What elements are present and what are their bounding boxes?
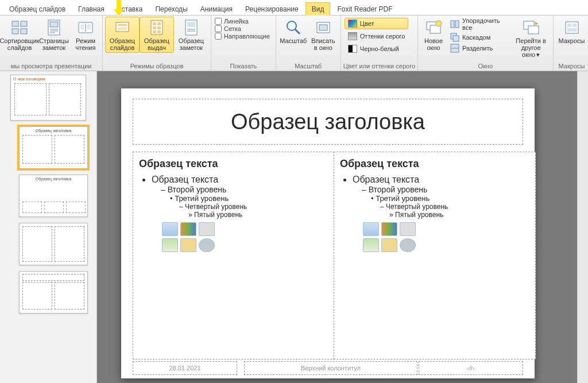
notes-master-button[interactable]: Образец заметок bbox=[174, 17, 208, 53]
svg-point-30 bbox=[436, 21, 442, 26]
svg-rect-3 bbox=[21, 29, 27, 34]
content-type-icons[interactable] bbox=[162, 222, 217, 252]
group-label: Макросы bbox=[556, 62, 588, 71]
layout-thumbnail-selected[interactable]: Образец заголовка bbox=[19, 126, 88, 169]
tab-transitions[interactable]: Переходы bbox=[149, 3, 193, 15]
tab-foxit[interactable]: Foxit Reader PDF bbox=[331, 3, 398, 15]
bw-button[interactable]: Черно-белый bbox=[345, 43, 408, 55]
smartart-icon[interactable] bbox=[400, 222, 416, 236]
master-thumbnail[interactable]: О чем поговорим bbox=[10, 75, 86, 121]
label: Вписать в окно bbox=[310, 37, 337, 51]
handout-master-button[interactable]: Образец выдач bbox=[140, 17, 174, 53]
handout-icon bbox=[148, 18, 166, 37]
tab-slide-master[interactable]: Образец слайдов bbox=[3, 3, 71, 15]
attention-arrow bbox=[114, 0, 124, 17]
group-label: Масштаб bbox=[278, 62, 338, 71]
switch-windows-button[interactable]: Перейти в другое окно▾ bbox=[512, 17, 551, 60]
chart-icon[interactable] bbox=[180, 222, 196, 236]
slide-master-button[interactable]: Образец слайдов bbox=[105, 17, 140, 53]
num-text: ‹#› bbox=[467, 365, 474, 372]
label: Режим чтения bbox=[72, 37, 99, 51]
switch-windows-icon bbox=[522, 18, 540, 37]
arrange-all-button[interactable]: Упорядочить все bbox=[448, 17, 508, 32]
tab-animations[interactable]: Анимация bbox=[195, 3, 238, 15]
svg-rect-14 bbox=[153, 22, 156, 25]
reading-view-button[interactable]: Режим чтения bbox=[71, 17, 100, 53]
notes-master-icon bbox=[182, 18, 200, 37]
svg-rect-15 bbox=[157, 22, 161, 25]
ruler-checkbox[interactable]: Линейка bbox=[215, 18, 270, 25]
notes-page-button[interactable]: Страницы заметок bbox=[37, 17, 71, 53]
svg-rect-2 bbox=[12, 29, 18, 34]
zoom-icon bbox=[284, 18, 303, 37]
content-placeholder-right[interactable]: Образец текста Образец текста Второй уро… bbox=[334, 152, 536, 359]
label: Новое окно bbox=[421, 37, 446, 51]
picture-icon[interactable] bbox=[162, 238, 178, 252]
label: Масштаб bbox=[280, 37, 307, 44]
bullet-l1: Образец текста Второй уровень Третий уро… bbox=[152, 175, 328, 219]
editing-stage[interactable]: Образец заголовка Образец текста Образец… bbox=[97, 71, 577, 383]
svg-rect-41 bbox=[572, 24, 577, 27]
svg-rect-38 bbox=[528, 26, 539, 34]
svg-rect-12 bbox=[118, 27, 127, 30]
arrange-icon bbox=[450, 20, 459, 29]
label: Образец выдач bbox=[141, 37, 173, 51]
footer-placeholder[interactable]: Верхний колонтитул bbox=[244, 361, 417, 375]
label: Черно-белый bbox=[360, 45, 399, 52]
cascade-button[interactable]: Каскадом bbox=[448, 32, 508, 42]
ribbon: Сортировщик слайдов Страницы заметок Реж… bbox=[0, 16, 588, 71]
clipart-icon[interactable] bbox=[381, 238, 397, 252]
bullet-l4: Четвертый уровень Пятый уровень bbox=[380, 203, 529, 219]
title-placeholder[interactable]: Образец заголовка bbox=[133, 99, 523, 145]
tab-home[interactable]: Главная bbox=[72, 3, 110, 15]
content-type-icons[interactable] bbox=[363, 222, 418, 252]
gridlines-checkbox[interactable]: Сетка bbox=[215, 25, 270, 32]
group-macros: Макросы Макросы bbox=[554, 16, 588, 71]
color-button[interactable]: Цвет bbox=[345, 18, 408, 29]
clipart-icon[interactable] bbox=[180, 238, 196, 252]
label: Страницы заметок bbox=[38, 37, 70, 51]
group-show: Линейка Сетка Направляющие Показать bbox=[211, 16, 276, 71]
fit-window-button[interactable]: Вписать в окно bbox=[308, 17, 338, 53]
chart-icon[interactable] bbox=[381, 222, 397, 236]
chevron-down-icon: ▾ bbox=[536, 51, 540, 58]
slide-number-placeholder[interactable]: ‹#› bbox=[419, 361, 523, 375]
date-placeholder[interactable]: 28.01.2021 bbox=[133, 361, 237, 375]
label: Образец слайдов bbox=[106, 37, 138, 51]
picture-icon[interactable] bbox=[363, 238, 379, 252]
smartart-icon[interactable] bbox=[199, 222, 215, 236]
tab-view[interactable]: Вид bbox=[305, 2, 331, 16]
guides-checkbox[interactable]: Направляющие bbox=[215, 33, 270, 40]
new-window-button[interactable]: Новое окно bbox=[420, 17, 447, 53]
svg-rect-17 bbox=[157, 26, 161, 29]
label: Цвет bbox=[360, 20, 374, 27]
group-master-views: Образец слайдов Образец выдач Образец за… bbox=[103, 16, 211, 71]
grayscale-button[interactable]: Оттенки серого bbox=[345, 30, 408, 42]
macros-button[interactable]: Макросы bbox=[556, 17, 588, 46]
layout-thumbnail[interactable] bbox=[19, 271, 88, 314]
slide-sorter-button[interactable]: Сортировщик слайдов bbox=[2, 17, 37, 53]
zoom-button[interactable]: Масштаб bbox=[278, 17, 308, 46]
macros-icon bbox=[563, 18, 581, 37]
tab-review[interactable]: Рецензирование bbox=[239, 3, 304, 15]
media-icon[interactable] bbox=[199, 238, 215, 252]
group-label: Цвет или оттенки серого bbox=[343, 62, 415, 71]
thumb-title: Образец заголовка bbox=[20, 129, 87, 133]
vertical-scrollbar[interactable] bbox=[577, 71, 588, 383]
svg-rect-42 bbox=[567, 28, 577, 32]
media-icon[interactable] bbox=[400, 238, 416, 252]
layout-thumbnail[interactable]: Образец заголовка bbox=[19, 175, 88, 217]
bullet-l2: Второй уровень Третий уровень Четвертый … bbox=[161, 185, 328, 219]
fit-icon bbox=[314, 18, 332, 37]
table-icon[interactable] bbox=[363, 222, 379, 236]
svg-rect-11 bbox=[118, 24, 127, 26]
split-button[interactable]: Разделить bbox=[448, 43, 508, 53]
svg-rect-19 bbox=[157, 30, 161, 33]
content-placeholder-left[interactable]: Образец текста Образец текста Второй уро… bbox=[133, 152, 335, 359]
thumbnails-panel[interactable]: О чем поговорим Образец заголовка Образе… bbox=[0, 71, 97, 383]
slide-master-icon bbox=[113, 18, 131, 37]
footer-text: Верхний колонтитул bbox=[301, 365, 361, 372]
layout-thumbnail[interactable] bbox=[19, 223, 88, 265]
date-text: 28.01.2021 bbox=[169, 365, 200, 372]
table-icon[interactable] bbox=[162, 222, 178, 236]
